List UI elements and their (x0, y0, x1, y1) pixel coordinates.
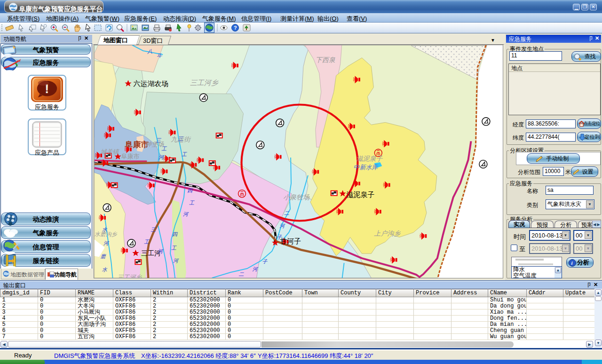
svg-text:二: 二 (284, 210, 290, 216)
svg-text:工: 工 (144, 239, 150, 245)
svg-text:上户沟乡: 上户沟乡 (374, 229, 401, 237)
svg-text:下西泉: 下西泉 (316, 56, 335, 63)
svg-text:水: 水 (102, 227, 108, 232)
svg-text:四: 四 (172, 231, 178, 237)
svg-text:中新水库: 中新水库 (354, 164, 379, 171)
svg-text:工: 工 (161, 146, 167, 151)
svg-text:八: 八 (147, 48, 152, 54)
svg-text:滋泥泉子: 滋泥泉子 (347, 190, 375, 198)
svg-text:阜康市: 阜康市 (121, 153, 140, 160)
svg-text:二: 二 (239, 271, 245, 277)
svg-text:三工河乡: 三工河乡 (190, 79, 219, 87)
svg-text:水: 水 (102, 267, 108, 272)
svg-text:..: .. (118, 25, 119, 30)
svg-text:子: 子 (277, 234, 282, 240)
svg-text:滋泥泉子: 滋泥泉子 (356, 155, 383, 162)
svg-text:子: 子 (262, 259, 268, 264)
svg-text:三: 三 (178, 136, 183, 142)
svg-text:三: 三 (156, 137, 161, 143)
svg-text:工: 工 (189, 200, 195, 206)
svg-text:斗: 斗 (157, 53, 162, 58)
svg-text:三工河乡: 三工河乡 (118, 274, 143, 278)
svg-text:三: 三 (150, 227, 156, 232)
svg-text:小泉牧场: 小泉牧场 (283, 193, 310, 201)
svg-text:城关镇: 城关镇 (101, 148, 120, 155)
svg-text:工: 工 (171, 245, 177, 251)
svg-text:六运湖农场: 六运湖农场 (133, 79, 168, 87)
svg-text:?: ? (234, 25, 237, 31)
svg-text:甘河子: 甘河子 (280, 237, 301, 245)
svg-text:四: 四 (187, 188, 193, 193)
svg-text:工: 工 (182, 151, 187, 157)
